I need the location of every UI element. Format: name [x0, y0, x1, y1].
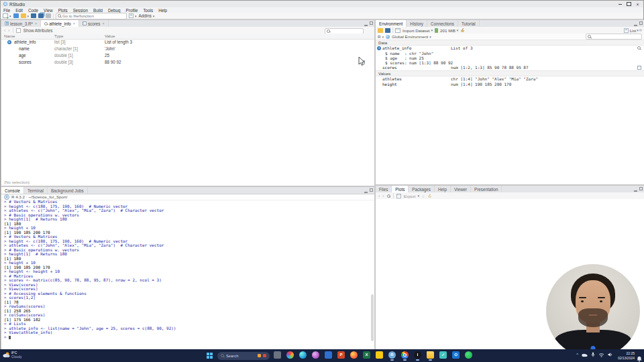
- taskbar-app-mail-icon[interactable]: [325, 351, 332, 359]
- maximize-button[interactable]: [625, 1, 633, 7]
- menu-debug[interactable]: Debug: [105, 8, 123, 13]
- list-view-label[interactable]: List: [630, 28, 637, 33]
- minimize-pane-icon[interactable]: [634, 21, 637, 26]
- tab-presentation[interactable]: Presentation: [471, 186, 502, 192]
- tab-viewer[interactable]: Viewer: [451, 186, 471, 192]
- microphone-icon[interactable]: [591, 352, 595, 357]
- memory-dropdown-icon[interactable]: ▾: [457, 28, 459, 32]
- taskbar-app-excel-icon[interactable]: X: [363, 351, 370, 359]
- table-row[interactable]: namecharacter [1]'John': [1, 46, 374, 52]
- open-dropdown-icon[interactable]: ▾: [28, 14, 30, 18]
- taskbar-clock[interactable]: 22:25 02/13/2024: [618, 351, 635, 360]
- import-dropdown-icon[interactable]: ▾: [431, 28, 433, 32]
- console-output[interactable]: > # Vectors & Matrices> height <- c(180,…: [4, 200, 369, 339]
- export-plot-icon[interactable]: [396, 194, 401, 198]
- taskbar-search-box[interactable]: Search: [217, 352, 270, 360]
- menu-profile[interactable]: Profile: [123, 8, 141, 13]
- weather-widget[interactable]: 8°CCloudy: [3, 351, 22, 359]
- menu-code[interactable]: Code: [25, 8, 41, 13]
- show-attributes-label[interactable]: Show Attributes: [23, 28, 53, 33]
- environment-object-row[interactable]: heightnum [1:4] 190 185 200 170: [376, 82, 644, 87]
- expand-icon[interactable]: ▸: [7, 40, 11, 44]
- environment-object-row[interactable]: scoresnum [1:2, 1:3] 85 90 78 88 95 87: [376, 65, 644, 70]
- onedrive-icon[interactable]: [582, 353, 588, 357]
- save-workspace-icon[interactable]: [385, 28, 390, 33]
- taskbar-app-task-view-icon[interactable]: [274, 351, 281, 359]
- tab-help[interactable]: Help: [435, 186, 451, 192]
- maximize-pane-icon[interactable]: [639, 21, 643, 25]
- taskbar-app-clock-app-icon[interactable]: [414, 351, 421, 359]
- minimize-pane-icon[interactable]: [364, 21, 368, 26]
- menu-plots[interactable]: Plots: [56, 8, 70, 13]
- minimize-pane-icon[interactable]: [364, 188, 368, 193]
- menu-edit[interactable]: Edit: [13, 8, 25, 13]
- environment-object-row[interactable]: ▾athlete_infoList of 3: [376, 46, 644, 51]
- back-arrow-icon[interactable]: ‹: [4, 28, 5, 33]
- import-dataset-icon[interactable]: [395, 28, 400, 33]
- print-icon[interactable]: [46, 13, 51, 18]
- r-version-text[interactable]: R 4.3.2 · ~/Science_for_Sport/: [11, 194, 67, 199]
- taskbar-app-chrome-icon[interactable]: [401, 351, 409, 359]
- taskbar-app-firefox-icon[interactable]: [350, 351, 358, 359]
- goto-file-function-box[interactable]: [56, 13, 127, 19]
- menu-tools[interactable]: Tools: [140, 8, 156, 13]
- wifi-icon[interactable]: [598, 353, 604, 357]
- close-tab-icon[interactable]: ×: [73, 21, 75, 25]
- previous-plot-icon[interactable]: ‹: [378, 194, 380, 198]
- addins-label[interactable]: Addins: [139, 13, 152, 18]
- tab-connections[interactable]: Connections: [427, 20, 458, 27]
- tab-background-jobs[interactable]: Background Jobs: [48, 187, 88, 194]
- minimize-button[interactable]: [616, 1, 625, 7]
- maximize-pane-icon[interactable]: [370, 21, 373, 25]
- clear-plots-broom-icon[interactable]: [427, 194, 432, 198]
- environment-object-row[interactable]: athleteschr [1:4] "John" "Alex" "Mia" "Z…: [376, 76, 644, 82]
- export-label[interactable]: Export: [404, 194, 416, 198]
- new-file-dropdown-icon[interactable]: ▾: [9, 14, 11, 18]
- taskbar-app-sticky-notes-icon[interactable]: [376, 351, 383, 359]
- taskbar-app-powerpoint-icon[interactable]: P: [337, 351, 345, 359]
- load-workspace-icon[interactable]: [378, 28, 383, 33]
- refresh-icon[interactable]: ⟳: [639, 28, 642, 32]
- panes-dropdown-icon[interactable]: ▾: [135, 14, 137, 18]
- taskbar-app-todo-icon[interactable]: ✓: [439, 351, 447, 359]
- engine-label[interactable]: R: [378, 34, 380, 39]
- zoom-plot-icon[interactable]: [387, 194, 390, 198]
- memory-usage-label[interactable]: 201 MiB: [440, 28, 455, 33]
- taskbar-app-photos-icon[interactable]: [286, 351, 294, 359]
- start-button[interactable]: [207, 353, 213, 359]
- tab-plots[interactable]: Plots: [392, 186, 409, 192]
- menu-help[interactable]: Help: [156, 8, 170, 13]
- maximize-pane-icon[interactable]: [639, 187, 643, 190]
- show-attributes-checkbox[interactable]: [16, 28, 21, 33]
- menu-build[interactable]: Build: [91, 8, 105, 13]
- console-scrollbar[interactable]: [371, 294, 374, 341]
- menu-view[interactable]: View: [41, 8, 56, 13]
- panes-layout-icon[interactable]: [129, 13, 133, 18]
- addins-dropdown-icon[interactable]: ▾: [153, 14, 155, 18]
- menu-session[interactable]: Session: [70, 8, 91, 13]
- save-all-icon[interactable]: [38, 13, 44, 18]
- tab-environment[interactable]: Environment: [376, 20, 407, 27]
- tray-chevron-icon[interactable]: ^: [576, 353, 578, 357]
- open-in-grid-icon[interactable]: [637, 66, 641, 70]
- taskbar-app-rstudio-app-icon[interactable]: R: [388, 351, 396, 359]
- column-header-value[interactable]: Value: [105, 34, 115, 39]
- global-environment-label[interactable]: Global Environment: [392, 34, 428, 39]
- table-row[interactable]: scoresdouble [3]88 90 92: [1, 59, 374, 66]
- tab-packages[interactable]: Packages: [409, 186, 435, 192]
- tab-tutorial[interactable]: Tutorial: [458, 20, 480, 27]
- environment-search-box[interactable]: [586, 34, 642, 40]
- new-file-icon[interactable]: [3, 13, 8, 18]
- tab-scores[interactable]: scores×: [79, 20, 109, 27]
- clear-objects-broom-icon[interactable]: [460, 28, 465, 33]
- next-plot-icon[interactable]: ›: [382, 194, 384, 198]
- table-row[interactable]: agedouble [1]25: [1, 52, 374, 59]
- forward-arrow-icon[interactable]: ›: [8, 28, 9, 33]
- tab-athlete-info[interactable]: athlete_info×: [41, 20, 79, 27]
- tab-lesson-3-r-[interactable]: lesson_3.R*×: [1, 20, 41, 27]
- taskbar-app-whatsapp-icon[interactable]: [465, 351, 472, 359]
- tab-files[interactable]: Files: [376, 186, 392, 192]
- menu-file[interactable]: File: [1, 8, 13, 13]
- scope-dropdown-icon[interactable]: ▾: [429, 35, 431, 39]
- column-header-type[interactable]: Type: [54, 34, 63, 39]
